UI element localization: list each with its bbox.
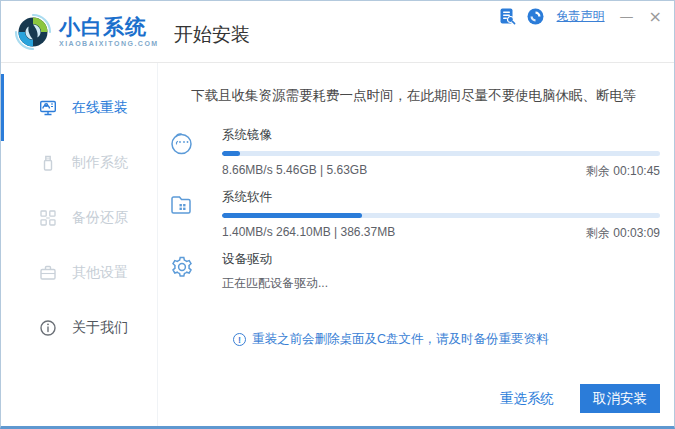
- page-title: 开始安装: [174, 22, 250, 48]
- footer-actions: 重选系统 取消安装: [500, 384, 660, 413]
- warning-message: ! 重装之前会删除桌面及C盘文件，请及时备份重要资料: [233, 331, 549, 348]
- minimize-button[interactable]: —: [618, 8, 636, 25]
- info-circle-icon: [38, 318, 58, 338]
- backup-grid-icon: [38, 208, 58, 228]
- close-button[interactable]: ×: [647, 8, 664, 25]
- sidebar-item-online-reinstall[interactable]: 在线重装: [1, 80, 157, 135]
- warning-circle-icon: !: [233, 333, 246, 346]
- progress-fill: [222, 213, 362, 218]
- task-name: 系统镜像: [222, 127, 660, 144]
- task-name: 设备驱动: [222, 251, 660, 268]
- task-list: 系统镜像 8.66MB/s 5.46GB | 5.63GB 剩余 00:10:4…: [168, 127, 660, 292]
- app-window: 小白系统 XIAOBAIXITONG.COM 开始安装: [0, 0, 675, 429]
- main-content: 下载且收集资源需要耗费一点时间，在此期间尽量不要使电脑休眠、断电等: [158, 63, 674, 426]
- gear-icon: [168, 253, 196, 281]
- progress-bar-system-image: [222, 151, 660, 156]
- progress-bar-system-software: [222, 213, 660, 218]
- cancel-install-button[interactable]: 取消安装: [580, 384, 660, 413]
- sidebar-item-label: 备份还原: [72, 209, 128, 227]
- sidebar-item-about-us[interactable]: 关于我们: [1, 300, 157, 355]
- reselect-system-button[interactable]: 重选系统: [500, 390, 554, 408]
- sidebar-item-backup-restore[interactable]: 备份还原: [1, 190, 157, 245]
- task-stats: 8.66MB/s 5.46GB | 5.63GB: [222, 163, 367, 180]
- task-row-system-image: 系统镜像 8.66MB/s 5.46GB | 5.63GB 剩余 00:10:4…: [168, 127, 660, 180]
- brand-mini-icon[interactable]: [527, 8, 544, 25]
- folder-apps-icon: [168, 191, 196, 219]
- disclaimer-link[interactable]: 免责声明: [557, 8, 605, 25]
- task-row-device-driver: 设备驱动 正在匹配设备驱动...: [168, 251, 660, 292]
- app-logo: 小白系统 XIAOBAIXITONG.COM: [14, 13, 159, 51]
- task-status: 正在匹配设备驱动...: [222, 275, 660, 292]
- briefcase-icon: [38, 263, 58, 283]
- sidebar-item-other-settings[interactable]: 其他设置: [1, 245, 157, 300]
- sidebar-item-label: 其他设置: [72, 264, 128, 282]
- logo-subtitle: XIAOBAIXITONG.COM: [59, 40, 159, 47]
- task-row-system-software: 系统软件 1.40MB/s 264.10MB | 386.37MB 剩余 00:…: [168, 189, 660, 242]
- brand-swirl-logo-icon: [14, 13, 52, 51]
- task-stats: 1.40MB/s 264.10MB | 386.37MB: [222, 225, 395, 242]
- sidebar-item-label: 在线重装: [72, 99, 128, 117]
- report-document-icon[interactable]: [499, 8, 516, 25]
- titlebar-controls: 免责声明 — ×: [499, 8, 664, 25]
- titlebar: 小白系统 XIAOBAIXITONG.COM 开始安装: [1, 1, 674, 63]
- task-remaining: 剩余 00:10:45: [586, 163, 660, 180]
- logo-title: 小白系统: [59, 16, 159, 37]
- sidebar: 在线重装 制作系统: [1, 63, 158, 426]
- sidebar-item-label: 制作系统: [72, 154, 128, 172]
- logo-text: 小白系统 XIAOBAIXITONG.COM: [59, 16, 159, 47]
- monitor-reinstall-icon: [38, 98, 58, 118]
- download-tip-text: 下载且收集资源需要耗费一点时间，在此期间尽量不要使电脑休眠、断电等: [168, 87, 660, 105]
- body-row: 在线重装 制作系统: [1, 63, 674, 426]
- sidebar-item-label: 关于我们: [72, 319, 128, 337]
- mascot-face-icon: [168, 129, 196, 157]
- sidebar-item-make-system[interactable]: 制作系统: [1, 135, 157, 190]
- usb-drive-icon: [38, 153, 58, 173]
- task-name: 系统软件: [222, 189, 660, 206]
- task-remaining: 剩余 00:03:09: [586, 225, 660, 242]
- warning-text: 重装之前会删除桌面及C盘文件，请及时备份重要资料: [252, 331, 549, 348]
- progress-fill: [222, 151, 240, 156]
